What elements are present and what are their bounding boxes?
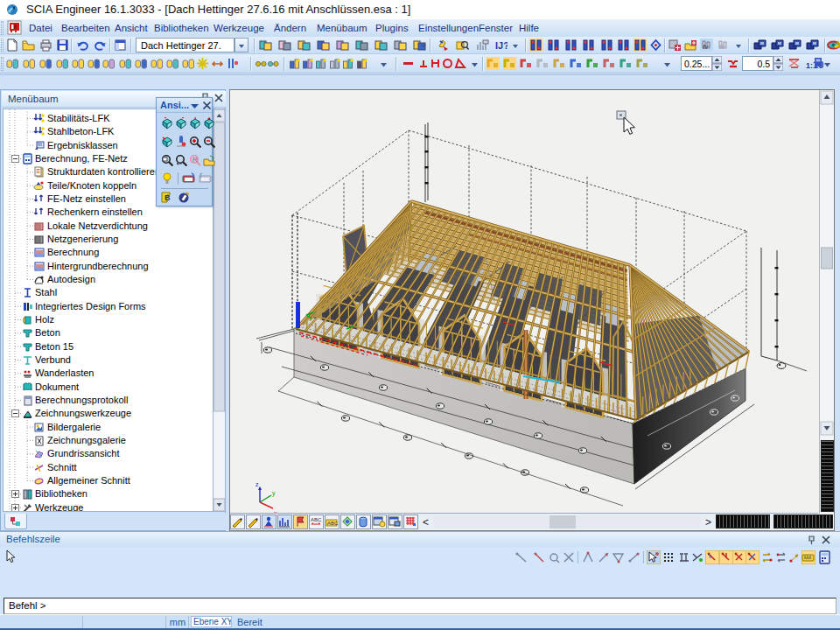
svg-text:ABC: ABC [311,517,322,522]
svg-text:B: B [164,193,171,202]
svg-text:R: R [192,156,198,164]
svg-text:z: z [256,481,259,487]
svg-text:IJ?: IJ? [495,40,508,51]
svg-text:fv: fv [703,43,709,51]
svg-text:ABC: ABC [327,521,339,526]
svg-text:fv: fv [719,43,725,51]
svg-text:y: y [272,490,276,497]
